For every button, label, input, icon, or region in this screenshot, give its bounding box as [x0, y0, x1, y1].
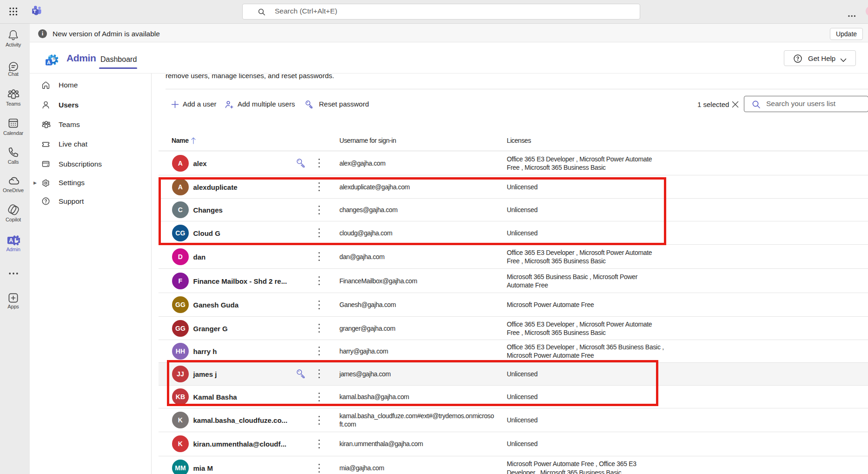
svg-text:A: A: [47, 60, 51, 65]
svg-text:A: A: [9, 237, 13, 244]
